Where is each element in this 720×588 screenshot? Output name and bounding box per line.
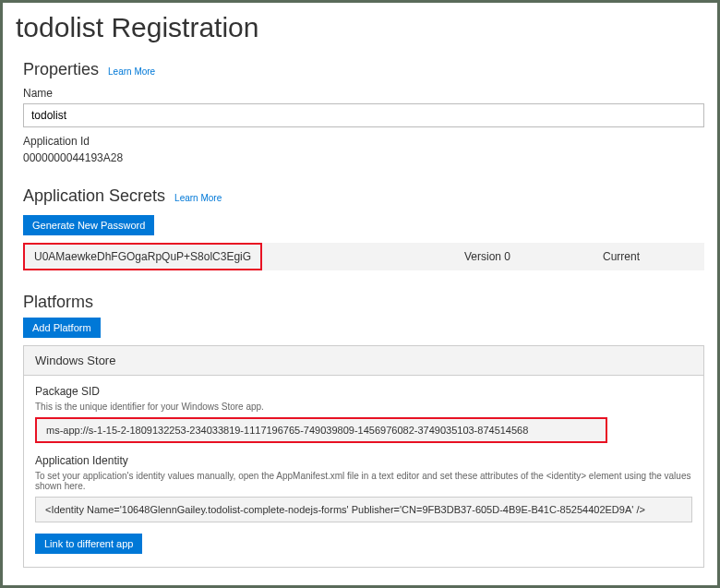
package-sid-label: Package SID bbox=[35, 385, 692, 398]
app-id-value: 0000000044193A28 bbox=[23, 151, 704, 164]
secret-row: U0AMaewkeDhFGOgaRpQuP+S8olC3EgiG Version… bbox=[23, 243, 704, 270]
platforms-header: Platforms bbox=[23, 293, 93, 312]
windows-store-platform: Windows Store Package SID This is the un… bbox=[23, 345, 704, 568]
properties-learn-more-link[interactable]: Learn More bbox=[108, 66, 155, 77]
name-label: Name bbox=[23, 87, 704, 100]
secret-status: Current bbox=[594, 245, 704, 269]
generate-password-button[interactable]: Generate New Password bbox=[23, 215, 154, 235]
name-input[interactable] bbox=[23, 103, 704, 127]
identity-desc: To set your application's identity value… bbox=[35, 471, 692, 491]
identity-label: Application Identity bbox=[35, 454, 692, 467]
link-different-app-button[interactable]: Link to different app bbox=[35, 534, 142, 554]
app-id-label: Application Id bbox=[23, 135, 704, 148]
secret-version: Version 0 bbox=[455, 245, 594, 269]
properties-header: Properties bbox=[23, 60, 99, 79]
identity-value: <Identity Name='10648GlennGailey.todolis… bbox=[35, 497, 692, 522]
platforms-section: Platforms Add Platform Windows Store Pac… bbox=[23, 293, 704, 568]
windows-store-title: Windows Store bbox=[24, 346, 703, 376]
secret-value: U0AMaewkeDhFGOgaRpQuP+S8olC3EgiG bbox=[23, 243, 262, 270]
package-sid-desc: This is the unique identifier for your W… bbox=[35, 402, 692, 412]
add-platform-button[interactable]: Add Platform bbox=[23, 318, 101, 338]
secrets-section: Application Secrets Learn More Generate … bbox=[23, 186, 704, 270]
secrets-header: Application Secrets bbox=[23, 186, 165, 206]
properties-section: Properties Learn More Name Application I… bbox=[23, 60, 704, 164]
secrets-learn-more-link[interactable]: Learn More bbox=[174, 193, 222, 203]
page-title: todolist Registration bbox=[16, 12, 704, 43]
package-sid-value: ms-app://s-1-15-2-1809132253-234033819-1… bbox=[35, 417, 607, 443]
